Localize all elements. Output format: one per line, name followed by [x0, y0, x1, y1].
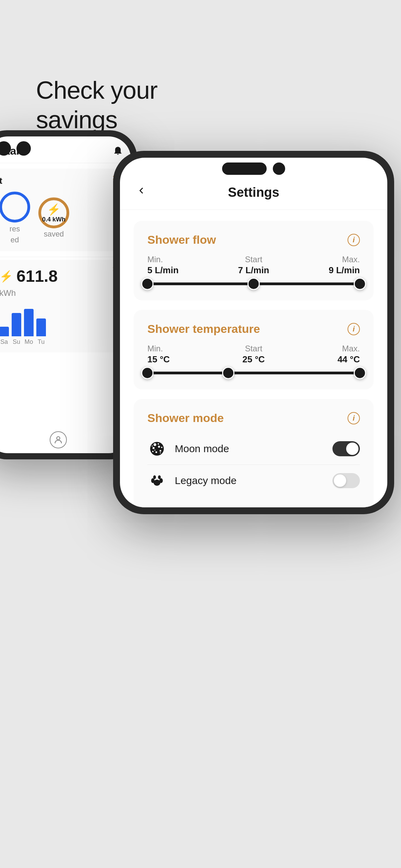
svg-point-9 — [161, 447, 162, 448]
svg-point-16 — [153, 475, 156, 479]
legacy-mode-toggle[interactable] — [332, 473, 360, 488]
flow-slider-thumb-max[interactable] — [354, 278, 366, 290]
left-phone-screen: rbital t res ed — [0, 136, 131, 453]
flow-start-value: 7 L/min — [238, 265, 269, 276]
svg-point-8 — [158, 443, 159, 445]
camera-dot-1 — [0, 141, 11, 156]
flow-start-label: Start — [245, 255, 263, 264]
settings-header: Settings — [120, 158, 387, 210]
shower-flow-card: Shower flow i Min. 5 L/min Start 7 L/min — [134, 221, 374, 300]
shower-flow-title: Shower flow — [147, 233, 216, 246]
flow-max-label: Max. — [342, 255, 360, 264]
energy-saved-label: saved — [44, 230, 64, 239]
moon-icon — [147, 439, 167, 458]
temp-slider-fill — [147, 372, 360, 374]
flow-min-group: Min. 5 L/min — [147, 255, 179, 276]
water-label: res — [10, 225, 20, 233]
bar-su — [12, 313, 21, 336]
legacy-mode-toggle-knob — [334, 474, 346, 487]
page-headline: Check your savings — [36, 75, 157, 135]
shower-temp-info-icon[interactable]: i — [348, 323, 360, 335]
bar-tu — [36, 318, 46, 336]
bar-mo — [24, 309, 34, 336]
temp-slider-thumb-start[interactable] — [222, 367, 234, 379]
temp-min-group: Min. 15 °C — [147, 344, 170, 365]
water-label2: ed — [11, 236, 19, 244]
svg-point-11 — [160, 453, 161, 454]
headline-line1: Check your — [36, 76, 157, 104]
svg-point-0 — [57, 437, 60, 440]
energy-bolt-icon: ⚡ — [0, 270, 13, 283]
left-bottom-nav — [0, 431, 131, 448]
shower-temp-range-labels: Min. 15 °C Start 25 °C Max. 44 °C — [147, 344, 360, 365]
energy-value: 611.8 — [16, 267, 58, 286]
shower-flow-info-icon[interactable]: i — [348, 234, 360, 246]
svg-point-3 — [158, 446, 160, 448]
temp-max-label: Max. — [342, 344, 360, 353]
moon-mode-toggle[interactable] — [332, 441, 360, 456]
divider-1 — [0, 163, 124, 163]
left-phone-camera — [0, 141, 31, 156]
temp-slider-thumb-min[interactable] — [141, 367, 154, 379]
flow-min-value: 5 L/min — [147, 265, 179, 276]
temp-slider-track[interactable] — [147, 372, 360, 374]
svg-point-4 — [153, 447, 155, 449]
profile-icon[interactable] — [50, 431, 67, 448]
moon-mode-toggle-knob — [346, 443, 359, 455]
svg-point-17 — [158, 475, 161, 479]
divider-2 — [0, 257, 124, 257]
shower-mode-header: Shower mode i — [147, 411, 360, 425]
bar-label-sa: Sa — [0, 338, 9, 346]
flow-slider-thumb-start[interactable] — [247, 278, 260, 290]
bolt-icon: ⚡ — [47, 203, 61, 216]
flow-min-label: Min. — [147, 255, 163, 264]
svg-point-10 — [155, 450, 156, 451]
temp-min-label: Min. — [147, 344, 163, 353]
flow-slider-track[interactable] — [147, 282, 360, 285]
bar-label-su: Su — [12, 338, 21, 346]
right-phone: Settings Shower flow i Min. 5 L/m — [113, 151, 394, 514]
headline-line2: savings — [36, 106, 117, 133]
flow-slider-thumb-min[interactable] — [141, 278, 154, 290]
temp-start-group: Start 25 °C — [242, 344, 265, 365]
savings-card-title: t — [0, 176, 117, 186]
shower-temperature-card: Shower temperature i Min. 15 °C Start 25… — [134, 310, 374, 389]
temp-start-label: Start — [245, 344, 263, 353]
water-circle — [0, 192, 30, 222]
svg-point-6 — [156, 451, 157, 453]
svg-point-12 — [152, 446, 153, 447]
energy-card: ⚡ 611.8 kWh Sa Su Mo Tu — [0, 260, 124, 352]
bar-label-tu: Tu — [36, 338, 46, 346]
back-button[interactable] — [136, 184, 146, 198]
svg-point-14 — [151, 478, 155, 483]
svg-point-2 — [154, 443, 156, 446]
temp-max-group: Max. 44 °C — [338, 344, 360, 365]
notification-bell-icon[interactable] — [112, 145, 124, 157]
shower-flow-header: Shower flow i — [147, 233, 360, 246]
bar-sa — [0, 327, 9, 336]
bar-label-mo: Mo — [24, 338, 34, 346]
energy-row: ⚡ 611.8 — [0, 267, 117, 286]
svg-point-5 — [160, 450, 161, 452]
settings-content: Shower flow i Min. 5 L/min Start 7 L/min — [120, 210, 387, 507]
shower-flow-range-labels: Min. 5 L/min Start 7 L/min Max. 9 L/min — [147, 255, 360, 276]
flow-max-group: Max. 9 L/min — [329, 255, 360, 276]
svg-point-13 — [154, 480, 160, 486]
temp-max-value: 44 °C — [338, 354, 360, 365]
paw-icon — [147, 471, 167, 490]
settings-screen: Settings Shower flow i Min. 5 L/m — [120, 158, 387, 507]
temp-slider-thumb-max[interactable] — [354, 367, 366, 379]
legacy-mode-label: Legacy mode — [175, 475, 332, 486]
right-phone-screen: Settings Shower flow i Min. 5 L/m — [120, 158, 387, 507]
legacy-mode-row: Legacy mode — [147, 465, 360, 496]
bar-chart — [0, 302, 117, 336]
energy-circle: ⚡ 0.4 kWh — [38, 197, 69, 228]
shower-temp-header: Shower temperature i — [147, 322, 360, 336]
shower-mode-info-icon[interactable]: i — [348, 412, 360, 424]
energy-unit: kWh — [0, 288, 117, 298]
moon-mode-label: Moon mode — [175, 443, 332, 455]
shower-mode-title: Shower mode — [147, 411, 224, 425]
camera-dot-2 — [16, 141, 31, 156]
savings-card: t res ed ⚡ 0.4 kWh saved — [0, 169, 124, 251]
flow-start-group: Start 7 L/min — [238, 255, 269, 276]
